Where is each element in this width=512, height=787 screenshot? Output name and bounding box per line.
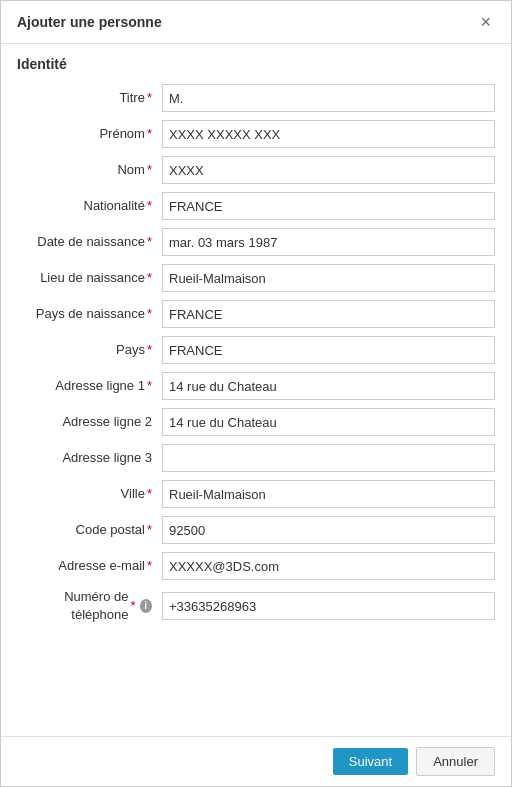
- field-date-naissance: Date de naissance*: [17, 228, 495, 256]
- field-ville: Ville*: [17, 480, 495, 508]
- close-button[interactable]: ×: [476, 13, 495, 31]
- field-prenom: Prénom*: [17, 120, 495, 148]
- field-adresse1: Adresse ligne 1*: [17, 372, 495, 400]
- input-nom[interactable]: [162, 156, 495, 184]
- field-adresse3: Adresse ligne 3: [17, 444, 495, 472]
- input-adresse1[interactable]: [162, 372, 495, 400]
- label-adresse1: Adresse ligne 1*: [17, 377, 162, 395]
- input-titre[interactable]: [162, 84, 495, 112]
- input-code-postal[interactable]: [162, 516, 495, 544]
- field-email: Adresse e-mail*: [17, 552, 495, 580]
- input-lieu-naissance[interactable]: [162, 264, 495, 292]
- dialog-header: Ajouter une personne ×: [1, 1, 511, 44]
- annuler-button[interactable]: Annuler: [416, 747, 495, 776]
- field-telephone: Numéro de téléphone* i: [17, 588, 495, 624]
- input-ville[interactable]: [162, 480, 495, 508]
- label-prenom: Prénom*: [17, 125, 162, 143]
- label-date-naissance: Date de naissance*: [17, 233, 162, 251]
- label-nom: Nom*: [17, 161, 162, 179]
- input-email[interactable]: [162, 552, 495, 580]
- input-telephone[interactable]: [162, 592, 495, 620]
- field-nationalite: Nationalité*: [17, 192, 495, 220]
- label-ville: Ville*: [17, 485, 162, 503]
- info-icon[interactable]: i: [140, 599, 152, 613]
- input-adresse3[interactable]: [162, 444, 495, 472]
- field-nom: Nom*: [17, 156, 495, 184]
- input-adresse2[interactable]: [162, 408, 495, 436]
- dialog-body: Identité Titre* Prénom* Nom* Nationalité…: [1, 44, 511, 736]
- dialog-footer: Suivant Annuler: [1, 736, 511, 786]
- add-person-dialog: Ajouter une personne × Identité Titre* P…: [0, 0, 512, 787]
- label-titre: Titre*: [17, 89, 162, 107]
- label-pays: Pays*: [17, 341, 162, 359]
- input-pays-naissance[interactable]: [162, 300, 495, 328]
- field-adresse2: Adresse ligne 2: [17, 408, 495, 436]
- field-pays-naissance: Pays de naissance*: [17, 300, 495, 328]
- label-adresse2: Adresse ligne 2: [17, 413, 162, 431]
- label-pays-naissance: Pays de naissance*: [17, 305, 162, 323]
- field-lieu-naissance: Lieu de naissance*: [17, 264, 495, 292]
- input-prenom[interactable]: [162, 120, 495, 148]
- field-titre: Titre*: [17, 84, 495, 112]
- input-date-naissance[interactable]: [162, 228, 495, 256]
- field-code-postal: Code postal*: [17, 516, 495, 544]
- label-email: Adresse e-mail*: [17, 557, 162, 575]
- label-code-postal: Code postal*: [17, 521, 162, 539]
- label-lieu-naissance: Lieu de naissance*: [17, 269, 162, 287]
- label-telephone: Numéro de téléphone* i: [17, 588, 162, 624]
- label-nationalite: Nationalité*: [17, 197, 162, 215]
- field-pays: Pays*: [17, 336, 495, 364]
- label-adresse3: Adresse ligne 3: [17, 449, 162, 467]
- input-nationalite[interactable]: [162, 192, 495, 220]
- section-identity-title: Identité: [17, 56, 495, 72]
- dialog-title: Ajouter une personne: [17, 14, 162, 30]
- suivant-button[interactable]: Suivant: [333, 748, 408, 775]
- input-pays[interactable]: [162, 336, 495, 364]
